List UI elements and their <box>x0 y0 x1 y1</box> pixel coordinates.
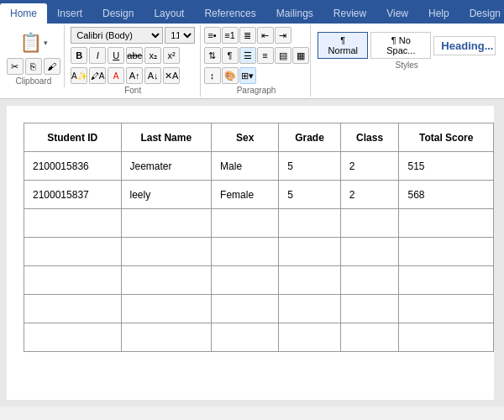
paste-button[interactable]: 📋 ▾ <box>16 30 51 55</box>
col-total-score: Total Score <box>399 123 494 152</box>
table-cell[interactable]: 2 <box>340 181 399 209</box>
table-cell[interactable]: 2 <box>340 152 399 181</box>
tab-help[interactable]: Help <box>418 3 459 24</box>
table-cell[interactable]: Male <box>212 152 279 181</box>
text-effects-button[interactable]: A✨ <box>71 67 87 84</box>
table-cell[interactable] <box>279 209 340 238</box>
decrease-font-button[interactable]: A↓ <box>144 67 161 84</box>
table-cell[interactable]: 568 <box>399 181 494 209</box>
underline-button[interactable]: U <box>108 47 124 64</box>
table-row[interactable]: 2100015837leelyFemale52568 <box>24 181 494 209</box>
text-highlight-button[interactable]: 🖍A <box>89 67 106 84</box>
table-cell[interactable] <box>340 209 399 238</box>
paragraph-label: Paragraph <box>237 84 276 95</box>
align-right-button[interactable]: ▤ <box>275 47 291 64</box>
tab-references[interactable]: References <box>194 3 265 24</box>
table-cell[interactable] <box>399 266 494 295</box>
italic-button[interactable]: I <box>89 47 106 64</box>
table-cell[interactable] <box>24 209 122 238</box>
table-cell[interactable] <box>121 209 212 238</box>
table-cell[interactable] <box>340 295 399 323</box>
table-cell[interactable] <box>399 209 494 238</box>
table-cell[interactable]: 2100015837 <box>24 181 122 209</box>
style-heading[interactable]: Heading... <box>433 36 496 55</box>
paragraph-group: ≡• ≡1 ≣ ⇤ ⇥ ⇅ ¶ ☰ ≡ ▤ ▦ ↕ 🎨 ⊞▾ Paragraph <box>202 25 312 97</box>
table-cell[interactable] <box>121 266 212 295</box>
decrease-indent-button[interactable]: ⇤ <box>257 27 274 44</box>
style-normal[interactable]: ¶ Normal <box>318 32 368 59</box>
table-row[interactable] <box>24 323 494 352</box>
increase-indent-button[interactable]: ⇥ <box>275 27 291 44</box>
table-cell[interactable] <box>121 323 212 352</box>
table-cell[interactable] <box>212 295 279 323</box>
tab-view[interactable]: View <box>376 3 418 24</box>
table-row[interactable] <box>24 209 494 238</box>
tab-review[interactable]: Review <box>323 3 376 24</box>
table-cell[interactable] <box>279 323 340 352</box>
table-cell[interactable] <box>340 323 399 352</box>
copy-button[interactable]: ⎘ <box>25 58 42 75</box>
tab-design2[interactable]: Design <box>459 3 504 24</box>
table-row[interactable] <box>24 295 494 323</box>
table-cell[interactable]: leely <box>121 181 212 209</box>
table-cell[interactable]: 515 <box>399 152 494 181</box>
strikethrough-button[interactable]: abc <box>126 47 143 64</box>
table-cell[interactable] <box>340 238 399 266</box>
table-cell[interactable] <box>24 238 122 266</box>
table-cell[interactable] <box>340 266 399 295</box>
show-hide-button[interactable]: ¶ <box>222 47 239 64</box>
table-cell[interactable]: 5 <box>279 181 340 209</box>
table-cell[interactable] <box>24 295 122 323</box>
table-cell[interactable]: 5 <box>279 152 340 181</box>
table-cell[interactable] <box>121 295 212 323</box>
table-cell[interactable] <box>24 323 122 352</box>
table-cell[interactable] <box>279 238 340 266</box>
bullets-button[interactable]: ≡• <box>204 27 221 44</box>
style-no-spacing[interactable]: ¶ No Spac... <box>370 32 431 59</box>
data-table: Student ID Last Name Sex Grade Class Tot… <box>24 123 494 352</box>
col-last-name: Last Name <box>121 123 212 152</box>
table-cell[interactable] <box>399 238 494 266</box>
line-spacing-button[interactable]: ↕ <box>204 67 221 84</box>
table-cell[interactable]: 2100015836 <box>24 152 122 181</box>
table-cell[interactable] <box>121 238 212 266</box>
align-center-button[interactable]: ≡ <box>257 47 274 64</box>
table-cell[interactable] <box>212 238 279 266</box>
table-cell[interactable]: Female <box>212 181 279 209</box>
table-cell[interactable] <box>399 323 494 352</box>
table-cell[interactable]: Jeemater <box>121 152 212 181</box>
table-cell[interactable] <box>212 266 279 295</box>
multilevel-button[interactable]: ≣ <box>239 27 256 44</box>
table-cell[interactable] <box>399 295 494 323</box>
justify-button[interactable]: ▦ <box>292 47 309 64</box>
numbering-button[interactable]: ≡1 <box>222 27 239 44</box>
subscript-button[interactable]: x₂ <box>144 47 161 64</box>
tab-design[interactable]: Design <box>92 3 144 24</box>
table-row[interactable]: 2100015836JeematerMale52515 <box>24 152 494 181</box>
sort-button[interactable]: ⇅ <box>204 47 221 64</box>
table-row[interactable] <box>24 238 494 266</box>
increase-font-button[interactable]: A↑ <box>126 67 143 84</box>
table-cell[interactable] <box>212 209 279 238</box>
font-size-select[interactable]: 11 <box>165 27 195 44</box>
shading-button[interactable]: 🎨 <box>222 67 239 84</box>
table-row[interactable] <box>24 266 494 295</box>
tab-mailings[interactable]: Mailings <box>266 3 323 24</box>
superscript-button[interactable]: x² <box>163 47 180 64</box>
table-cell[interactable] <box>279 295 340 323</box>
tab-insert[interactable]: Insert <box>47 3 92 24</box>
bold-button[interactable]: B <box>71 47 87 64</box>
font-color-button[interactable]: A <box>108 67 124 84</box>
tab-layout[interactable]: Layout <box>144 3 194 24</box>
table-cell[interactable] <box>212 323 279 352</box>
borders-button[interactable]: ⊞▾ <box>239 67 256 84</box>
font-name-select[interactable]: Calibri (Body) <box>71 27 163 44</box>
col-student-id: Student ID <box>24 123 122 152</box>
tab-home[interactable]: Home <box>0 3 47 24</box>
table-cell[interactable] <box>279 266 340 295</box>
format-painter-button[interactable]: 🖌 <box>44 58 60 75</box>
table-cell[interactable] <box>24 266 122 295</box>
align-left-button[interactable]: ☰ <box>239 47 256 64</box>
cut-button[interactable]: ✂ <box>7 58 24 75</box>
clear-format-button[interactable]: ✕A <box>163 67 180 84</box>
